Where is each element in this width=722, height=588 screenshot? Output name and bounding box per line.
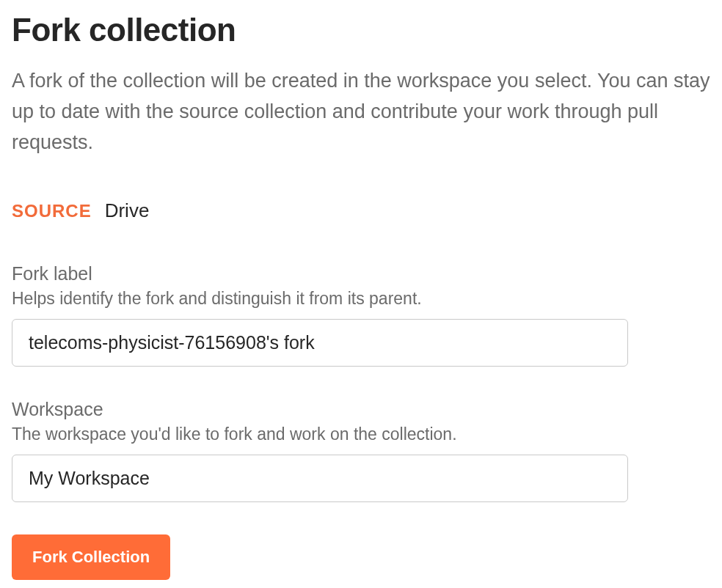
workspace-field-group: Workspace The workspace you'd like to fo… <box>12 399 710 502</box>
fork-label-field-group: Fork label Helps identify the fork and d… <box>12 263 710 367</box>
fork-label-label: Fork label <box>12 263 710 284</box>
source-value: Drive <box>105 199 150 222</box>
source-row: SOURCE Drive <box>12 199 710 222</box>
fork-label-help: Helps identify the fork and distinguish … <box>12 289 710 309</box>
workspace-label: Workspace <box>12 399 710 420</box>
page-title: Fork collection <box>12 12 710 48</box>
source-label: SOURCE <box>12 201 92 221</box>
page-description: A fork of the collection will be created… <box>12 66 710 158</box>
fork-label-input[interactable] <box>12 319 628 367</box>
workspace-selected-value: My Workspace <box>29 468 150 489</box>
workspace-help: The workspace you'd like to fork and wor… <box>12 425 710 444</box>
workspace-select[interactable]: My Workspace <box>12 455 628 502</box>
fork-collection-button[interactable]: Fork Collection <box>12 534 170 580</box>
